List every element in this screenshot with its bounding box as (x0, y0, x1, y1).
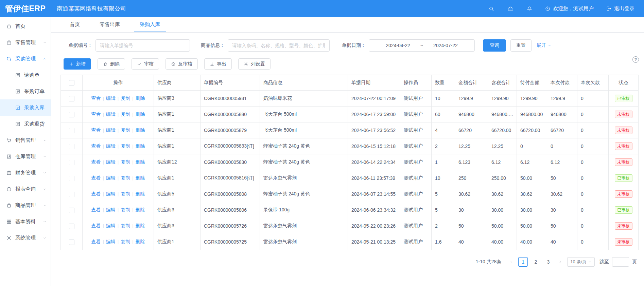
sidebar-item-purchase-request[interactable]: 请购单 (0, 67, 51, 83)
action-copy-link[interactable]: 复制 (121, 239, 130, 244)
action-copy-link[interactable]: 复制 (121, 191, 130, 196)
unaudit-button[interactable]: 反审核 (166, 58, 198, 70)
sidebar-item-purchase-mgmt[interactable]: 采购管理 (0, 51, 51, 67)
select-all-checkbox[interactable] (69, 80, 74, 85)
bell-icon[interactable] (526, 6, 533, 12)
action-delete-link[interactable]: 删除 (136, 191, 145, 196)
action-view-link[interactable]: 查看 (91, 111, 101, 117)
action-edit-link[interactable]: 编辑 (106, 159, 116, 165)
action-view-link[interactable]: 查看 (91, 95, 101, 101)
sidebar-item-warehouse-mgmt[interactable]: 仓库管理 (0, 148, 51, 165)
tab-home[interactable]: 首页 (64, 17, 86, 32)
action-edit-link[interactable]: 编辑 (106, 143, 116, 149)
action-edit-link[interactable]: 编辑 (106, 191, 116, 196)
expand-link[interactable]: 展开 (537, 42, 552, 49)
action-delete-link[interactable]: 删除 (136, 207, 145, 212)
table-row: 查看|编辑|复制|删除供应商1CGRK00000005833[订]蜂蜜柚子茶 2… (61, 138, 639, 154)
grid-icon (6, 219, 12, 225)
date-from-value[interactable]: 2024-04-22 (386, 43, 410, 48)
action-delete-link[interactable]: 删除 (136, 239, 145, 244)
action-view-link[interactable]: 查看 (91, 191, 101, 196)
row-checkbox[interactable] (69, 192, 74, 197)
sidebar-item-system-mgmt[interactable]: 系统管理 (0, 230, 51, 246)
page-button-2[interactable]: 2 (531, 257, 540, 267)
prev-page-button[interactable] (507, 257, 515, 267)
action-copy-link[interactable]: 复制 (121, 143, 130, 149)
action-edit-link[interactable]: 编辑 (106, 111, 116, 117)
action-edit-link[interactable]: 编辑 (106, 239, 116, 244)
action-edit-link[interactable]: 编辑 (106, 127, 116, 133)
action-delete-link[interactable]: 删除 (136, 127, 145, 133)
action-view-link[interactable]: 查看 (91, 159, 101, 165)
row-checkbox[interactable] (69, 208, 74, 213)
action-edit-link[interactable]: 编辑 (106, 207, 116, 212)
sidebar-item-basic-data[interactable]: 基本资料 (0, 213, 51, 230)
logout-button[interactable]: 退出登录 (606, 5, 634, 12)
row-checkbox[interactable] (69, 224, 74, 229)
bill-no-input[interactable] (95, 39, 190, 52)
row-checkbox[interactable] (69, 144, 74, 149)
search-icon[interactable] (488, 6, 494, 12)
action-view-link[interactable]: 查看 (91, 143, 101, 149)
row-checkbox[interactable] (69, 240, 74, 245)
action-view-link[interactable]: 查看 (91, 207, 101, 212)
action-delete-link[interactable]: 删除 (136, 111, 145, 117)
sidebar-item-purchase-return[interactable]: 采购退货 (0, 116, 51, 132)
search-button[interactable]: 查询 (483, 39, 506, 52)
delete-button[interactable]: 删除 (98, 58, 125, 70)
tab-retail-outbound[interactable]: 零售出库 (94, 17, 126, 32)
action-view-link[interactable]: 查看 (91, 239, 101, 244)
row-checkbox[interactable] (69, 128, 74, 133)
product-info-input[interactable] (228, 39, 330, 52)
sidebar-item-retail-mgmt[interactable]: 零售管理 (0, 34, 51, 51)
cell-payable: 946800.00 (517, 107, 547, 122)
cell-payable: 50.00 (517, 218, 547, 234)
sidebar-item-purchase-inbound[interactable]: 采购入库 (0, 99, 51, 116)
next-page-button[interactable] (556, 257, 564, 267)
audit-button[interactable]: 审核 (132, 58, 159, 70)
row-checkbox[interactable] (69, 112, 74, 117)
row-checkbox[interactable] (69, 176, 74, 181)
action-delete-link[interactable]: 删除 (136, 175, 145, 180)
page-button-1[interactable]: 1 (518, 257, 528, 267)
export-button[interactable]: 导出 (204, 58, 232, 70)
action-copy-link[interactable]: 复制 (121, 175, 130, 180)
sidebar-item-sales-mgmt[interactable]: 销售管理 (0, 132, 51, 148)
action-copy-link[interactable]: 复制 (121, 95, 130, 101)
action-view-link[interactable]: 查看 (91, 127, 101, 133)
action-delete-link[interactable]: 删除 (136, 95, 145, 101)
action-delete-link[interactable]: 删除 (136, 159, 145, 165)
action-edit-link[interactable]: 编辑 (106, 223, 116, 228)
column-settings-button[interactable]: 列设置 (238, 58, 271, 70)
tab-purchase-inbound[interactable]: 采购入库 (134, 17, 166, 32)
sidebar-item-finance-mgmt[interactable]: 财务管理 (0, 165, 51, 181)
action-delete-link[interactable]: 删除 (136, 223, 145, 228)
row-checkbox[interactable] (69, 160, 74, 165)
help-icon[interactable]: ? (632, 56, 639, 63)
action-delete-link[interactable]: 删除 (136, 143, 145, 149)
page-jump-input[interactable] (612, 257, 629, 267)
action-edit-link[interactable]: 编辑 (106, 95, 116, 101)
bank-icon[interactable] (507, 6, 514, 12)
action-copy-link[interactable]: 复制 (121, 111, 130, 117)
date-range-picker[interactable]: 2024-04-22 ~ 2024-07-22 (369, 39, 475, 52)
action-copy-link[interactable]: 复制 (121, 207, 130, 212)
sidebar-item-report-query[interactable]: 报表查询 (0, 181, 51, 197)
date-to-value[interactable]: 2024-07-22 (433, 43, 458, 48)
reset-button[interactable]: 重置 (510, 39, 532, 52)
add-button[interactable]: 新增 (64, 58, 91, 70)
row-checkbox[interactable] (69, 96, 74, 101)
action-copy-link[interactable]: 复制 (121, 127, 130, 133)
sidebar-item-purchase-order[interactable]: 采购订单 (0, 83, 51, 99)
sidebar-item-goods-mgmt[interactable]: 商品管理 (0, 197, 51, 213)
sidebar-item-home[interactable]: 首页 (0, 18, 51, 34)
page-size-select[interactable]: 10 条/页 (567, 257, 595, 267)
action-view-link[interactable]: 查看 (91, 175, 101, 180)
action-copy-link[interactable]: 复制 (121, 159, 130, 165)
action-edit-link[interactable]: 编辑 (106, 175, 116, 180)
action-view-link[interactable]: 查看 (91, 223, 101, 228)
page-button-3[interactable]: 3 (543, 257, 553, 267)
action-copy-link[interactable]: 复制 (121, 223, 130, 228)
cell-amount: 946800 (455, 107, 488, 122)
welcome-user[interactable]: 欢迎您，测试用户 (545, 5, 594, 12)
